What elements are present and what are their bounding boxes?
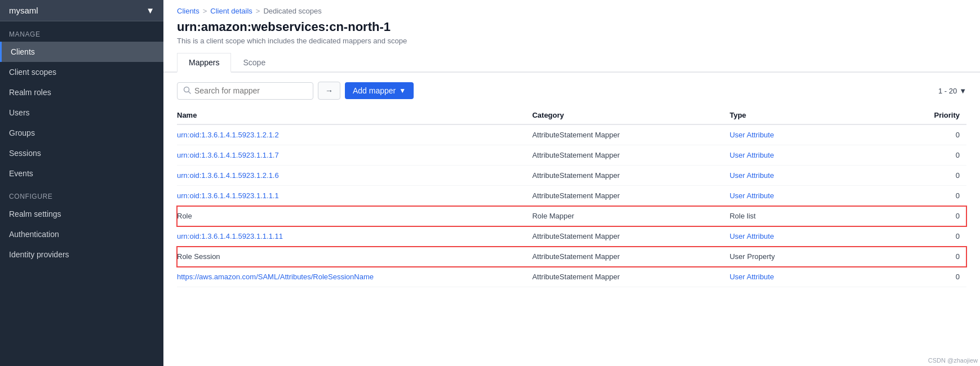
- table-row: urn:oid:1.3.6.1.4.1.5923.1.1.1.1Attribut…: [177, 186, 966, 206]
- search-box: [177, 82, 313, 100]
- table-row: https://aws.amazon.com/SAML/Attributes/R…: [177, 267, 966, 287]
- pagination-info: 1 - 20 ▼: [938, 87, 966, 95]
- cell-category-1: AttributeStatement Mapper: [532, 145, 729, 166]
- cell-name-2[interactable]: urn:oid:1.3.6.1.4.1.5923.1.2.1.6: [177, 166, 532, 186]
- page-title: urn:amazon:webservices:cn-north-1: [163, 17, 980, 35]
- sidebar-item-realm-settings[interactable]: Realm settings: [0, 204, 163, 224]
- cell-priority-0: 0: [888, 124, 966, 145]
- cell-category-2: AttributeStatement Mapper: [532, 166, 729, 186]
- content-area: Clients > Client details > Dedicated sco…: [163, 0, 980, 366]
- cell-type-6: User Property: [730, 247, 888, 267]
- tabs: MappersScope: [163, 52, 980, 73]
- table-header-row: Name Category Type Priority: [177, 106, 966, 124]
- sidebar-item-sessions[interactable]: Sessions: [0, 143, 163, 163]
- sidebar-item-realm-roles[interactable]: Realm roles: [0, 82, 163, 102]
- cell-name-6: Role Session: [177, 247, 532, 267]
- breadcrumb: Clients > Client details > Dedicated sco…: [163, 0, 980, 17]
- add-mapper-button[interactable]: Add mapper ▼: [345, 82, 414, 99]
- table-container: Name Category Type Priority urn:oid:1.3.…: [163, 106, 980, 366]
- cell-name-1[interactable]: urn:oid:1.3.6.1.4.1.5923.1.1.1.7: [177, 145, 532, 166]
- table-row: Role SessionAttributeStatement MapperUse…: [177, 247, 966, 267]
- breadcrumb-client-details[interactable]: Client details: [210, 7, 252, 15]
- sidebar-item-authentication[interactable]: Authentication: [0, 224, 163, 244]
- search-input[interactable]: [194, 86, 307, 95]
- toolbar-left: → Add mapper ▼: [177, 82, 414, 100]
- sidebar-item-client-scopes[interactable]: Client scopes: [0, 62, 163, 82]
- add-mapper-dropdown-icon: ▼: [399, 87, 406, 95]
- cell-type-3: User Attribute: [730, 186, 888, 206]
- cell-type-0: User Attribute: [730, 124, 888, 145]
- cell-priority-2: 0: [888, 166, 966, 186]
- cell-category-5: AttributeStatement Mapper: [532, 226, 729, 247]
- pagination-text: 1 - 20: [938, 87, 957, 95]
- watermark: CSDN @zhaojiew: [928, 357, 978, 364]
- cell-category-3: AttributeStatement Mapper: [532, 186, 729, 206]
- table-row: urn:oid:1.3.6.1.4.1.5923.1.1.1.11Attribu…: [177, 226, 966, 247]
- table-row: urn:oid:1.3.6.1.4.1.5923.1.2.1.2Attribut…: [177, 124, 966, 145]
- chevron-down-icon: ▼: [146, 6, 154, 15]
- cell-type-7: User Attribute: [730, 267, 888, 287]
- add-mapper-label: Add mapper: [353, 86, 396, 95]
- page-subtitle: This is a client scope which includes th…: [163, 35, 980, 52]
- col-header-category: Category: [532, 106, 729, 124]
- cell-type-1: User Attribute: [730, 145, 888, 166]
- breadcrumb-dedicated-scopes: Dedicated scopes: [263, 7, 321, 15]
- cell-name-4: Role: [177, 206, 532, 226]
- sidebar-item-users[interactable]: Users: [0, 102, 163, 123]
- main-content: Clients > Client details > Dedicated sco…: [163, 0, 980, 366]
- cell-name-5[interactable]: urn:oid:1.3.6.1.4.1.5923.1.1.1.11: [177, 226, 532, 247]
- toolbar: → Add mapper ▼ 1 - 20 ▼: [163, 82, 980, 106]
- cell-category-6: AttributeStatement Mapper: [532, 247, 729, 267]
- table-row: RoleRole MapperRole list0: [177, 206, 966, 226]
- manage-section-label: Manage: [0, 21, 163, 42]
- table-row: urn:oid:1.3.6.1.4.1.5923.1.1.1.7Attribut…: [177, 145, 966, 166]
- configure-section-label: Configure: [0, 184, 163, 204]
- cell-type-5: User Attribute: [730, 226, 888, 247]
- cell-name-7[interactable]: https://aws.amazon.com/SAML/Attributes/R…: [177, 267, 532, 287]
- search-submit-button[interactable]: →: [318, 82, 340, 100]
- sidebar-item-clients[interactable]: Clients: [0, 42, 163, 62]
- col-header-priority: Priority: [888, 106, 966, 124]
- cell-priority-1: 0: [888, 145, 966, 166]
- cell-category-7: AttributeStatement Mapper: [532, 267, 729, 287]
- sidebar-item-groups[interactable]: Groups: [0, 123, 163, 143]
- cell-category-0: AttributeStatement Mapper: [532, 124, 729, 145]
- cell-priority-3: 0: [888, 186, 966, 206]
- search-icon: [183, 86, 191, 96]
- tab-mappers[interactable]: Mappers: [177, 53, 231, 73]
- pagination-dropdown-icon[interactable]: ▼: [959, 87, 966, 95]
- table-row: urn:oid:1.3.6.1.4.1.5923.1.2.1.6Attribut…: [177, 166, 966, 186]
- cell-name-0[interactable]: urn:oid:1.3.6.1.4.1.5923.1.2.1.2: [177, 124, 532, 145]
- sidebar: mysaml ▼ Manage ClientsClient scopesReal…: [0, 0, 163, 366]
- cell-priority-4: 0: [888, 206, 966, 226]
- cell-type-2: User Attribute: [730, 166, 888, 186]
- cell-category-4: Role Mapper: [532, 206, 729, 226]
- mappers-table: Name Category Type Priority urn:oid:1.3.…: [177, 106, 966, 287]
- cell-name-3[interactable]: urn:oid:1.3.6.1.4.1.5923.1.1.1.1: [177, 186, 532, 206]
- sidebar-item-identity-providers[interactable]: Identity providers: [0, 244, 163, 265]
- col-header-type: Type: [730, 106, 888, 124]
- col-header-name: Name: [177, 106, 532, 124]
- cell-priority-6: 0: [888, 247, 966, 267]
- cell-type-4: Role list: [730, 206, 888, 226]
- sidebar-item-events[interactable]: Events: [0, 163, 163, 184]
- realm-label: mysaml: [9, 6, 38, 15]
- tab-scope[interactable]: Scope: [231, 53, 277, 73]
- realm-dropdown[interactable]: mysaml ▼: [0, 0, 163, 21]
- cell-priority-7: 0: [888, 267, 966, 287]
- breadcrumb-sep-1: >: [203, 7, 207, 15]
- breadcrumb-sep-2: >: [256, 7, 260, 15]
- svg-line-1: [189, 91, 191, 93]
- breadcrumb-clients[interactable]: Clients: [177, 7, 199, 15]
- cell-priority-5: 0: [888, 226, 966, 247]
